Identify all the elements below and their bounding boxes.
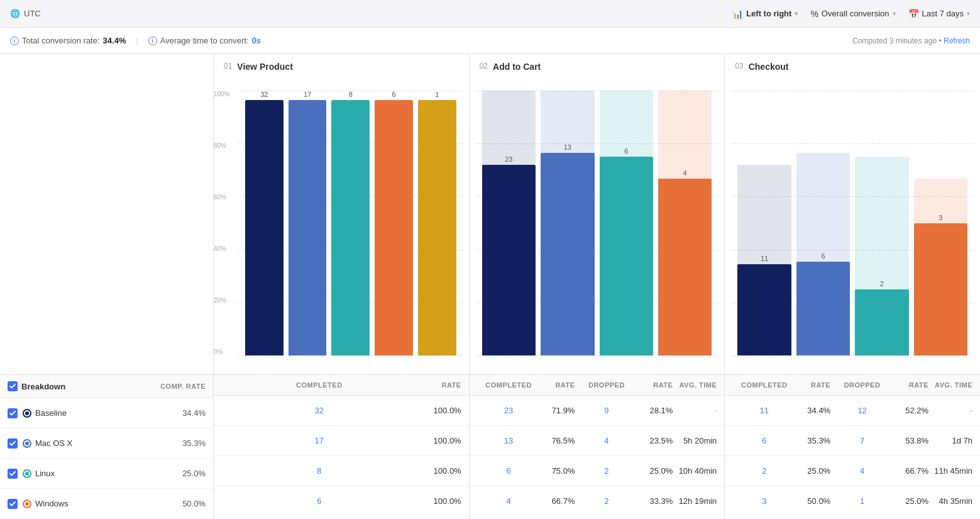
calendar-icon: 📅: [908, 9, 919, 19]
s2-dropped-baseline[interactable]: 9: [575, 406, 639, 415]
chevron-down-icon-3: ▾: [967, 10, 970, 17]
s1-row-linux: 8 100.0%: [214, 456, 469, 486]
s1-completed-linux[interactable]: 8: [221, 466, 417, 476]
radio-linux: [23, 469, 31, 478]
s3-dropped-macos[interactable]: 7: [830, 436, 894, 445]
breakdown-col: Breakdown COMP. RATE Baseline 34.4%: [0, 375, 214, 519]
s3-completed-linux[interactable]: 2: [732, 466, 796, 476]
s1-row-baseline: 32 100.0%: [214, 396, 469, 426]
breakdown-row-windows: Windows 50.0%: [0, 489, 213, 519]
checkbox-macos[interactable]: [8, 438, 18, 449]
step1-bars: 32 17 8 6 1: [239, 91, 463, 355]
bar-linux-s1: [331, 100, 370, 355]
s3-col-avg-time: AVG. TIME: [928, 381, 972, 389]
step3-table-header: COMPLETED RATE DROPPED RATE AVG. TIME: [725, 375, 980, 396]
percent-icon: %: [810, 9, 818, 19]
comp-rate-header: COMP. RATE: [160, 382, 206, 390]
conversion-value: 34.4%: [103, 36, 126, 45]
s3-completed-macos[interactable]: 6: [732, 436, 796, 445]
s1-completed-windows[interactable]: 6: [221, 496, 417, 506]
checkbox-baseline[interactable]: [8, 408, 18, 418]
s1-completed-baseline[interactable]: 32: [221, 406, 417, 415]
step1-num: 01: [224, 62, 232, 70]
step1-chart-col: 01 View Product 100% 80% 60%: [214, 54, 470, 374]
tables-section: Breakdown COMP. RATE Baseline 34.4%: [0, 374, 980, 519]
breakdown-rate-linux: 25.0%: [182, 469, 206, 478]
nav-overall-conversion[interactable]: % Overall conversion ▾: [810, 9, 895, 19]
s2-completed-baseline[interactable]: 23: [477, 406, 541, 415]
timezone-display: 🌐 UTC: [10, 9, 41, 18]
s1-row-windows: 6 100.0%: [214, 486, 469, 516]
s3-row-linux: 2 25.0% 4 66.7% 11h 45min: [725, 456, 980, 486]
checkbox-linux[interactable]: [8, 469, 18, 479]
breakdown-row-linux: Linux 25.0%: [0, 459, 213, 489]
bar-group-windows-s1: 6: [375, 91, 413, 355]
s2-dropped-macos[interactable]: 4: [575, 436, 639, 445]
conversion-label: Total conversion rate:: [22, 36, 100, 45]
breakdown-name-macos: Mac OS X: [35, 438, 182, 448]
bar-baseline-s1: [245, 100, 284, 355]
step2-chart-area: 23 13 6: [470, 72, 725, 374]
info-icon-avgtime: i: [148, 36, 157, 45]
check-icon-macos: [9, 441, 16, 446]
breakdown-checkbox[interactable]: [8, 381, 18, 391]
timezone-label: UTC: [24, 9, 41, 18]
radio-windows: [23, 499, 31, 508]
radio-dot-linux: [25, 472, 29, 476]
bar-baseline-s3: [737, 264, 791, 355]
s3-dropped-baseline[interactable]: 12: [830, 406, 894, 415]
step1-chart-area: 100% 80% 60% 40% 20% 0% 32 17: [214, 72, 469, 374]
step3-title: Checkout: [749, 62, 789, 72]
nav-left-to-right[interactable]: 📊 Left to right ▾: [732, 9, 798, 19]
s1-completed-macos[interactable]: 17: [221, 436, 417, 445]
step2-title: Add to Cart: [493, 62, 541, 72]
bar-macos-s2: [541, 153, 594, 355]
s3-completed-windows[interactable]: 3: [732, 496, 796, 506]
s3-completed-baseline[interactable]: 11: [732, 406, 796, 415]
s3-dropped-rate-macos: 53.8%: [894, 436, 928, 445]
breakdown-row-macos: Mac OS X 35.3%: [0, 428, 213, 459]
bar-macos-s3: [796, 262, 850, 355]
s2-dropped-linux[interactable]: 2: [575, 466, 639, 476]
s3-rate-baseline: 34.4%: [796, 406, 830, 415]
s1-rate-linux: 100.0%: [417, 466, 461, 476]
step1-title: View Product: [237, 62, 292, 72]
s2-rate-linux: 75.0%: [541, 466, 575, 476]
nav-last-7-days[interactable]: 📅 Last 7 days ▾: [908, 9, 971, 19]
bar-group-macos-s2: 13: [541, 91, 594, 355]
s3-avg-time-baseline: -: [928, 406, 972, 415]
s2-row-baseline: 23 71.9% 9 28.1% -: [470, 396, 725, 426]
s2-rate-macos: 76.5%: [541, 436, 575, 445]
s1-col-rate: RATE: [417, 381, 461, 389]
bar-group-linux-s2: 6: [600, 91, 653, 355]
s3-dropped-rate-baseline: 52.2%: [894, 406, 928, 415]
s2-row-macos: 13 76.5% 4 23.5% 5h 20min: [470, 426, 725, 456]
s2-col-rate: RATE: [541, 381, 575, 389]
y-label-20: 20%: [214, 297, 230, 304]
bar-label-baseline-s1: 32: [260, 91, 268, 98]
s3-dropped-windows[interactable]: 1: [830, 496, 894, 506]
s2-dropped-rate-linux: 25.0%: [638, 466, 673, 476]
s3-dropped-linux[interactable]: 4: [830, 466, 894, 476]
main-section: 01 View Product 100% 80% 60%: [0, 54, 980, 519]
s3-col-completed: COMPLETED: [732, 381, 796, 389]
s2-completed-windows[interactable]: 4: [477, 496, 541, 506]
s1-rate-baseline: 100.0%: [417, 406, 461, 415]
refresh-button[interactable]: Refresh: [944, 36, 970, 45]
s2-avg-time-macos: 5h 20min: [673, 436, 717, 445]
s2-col-dropped-rate: RATE: [638, 381, 673, 389]
checkbox-windows[interactable]: [8, 499, 18, 509]
bar-group-linux-s3: 2: [855, 91, 908, 355]
step1-table-col: COMPLETED RATE 32 100.0% 17 100.0% 8 100…: [214, 375, 470, 519]
left-chart-panel: [0, 54, 214, 374]
radio-dot-windows: [25, 502, 29, 506]
breakdown-name-baseline: Baseline: [35, 408, 182, 418]
s3-avg-time-linux: 11h 45min: [928, 466, 972, 476]
bar-label-macos-s3: 6: [821, 252, 825, 260]
s2-completed-macos[interactable]: 13: [477, 436, 541, 445]
dot-separator: •: [939, 36, 944, 45]
s2-completed-linux[interactable]: 6: [477, 466, 541, 476]
computed-text: Computed 3 minutes ago: [852, 36, 937, 45]
check-icon-baseline: [9, 411, 16, 416]
s2-dropped-windows[interactable]: 2: [575, 496, 639, 506]
